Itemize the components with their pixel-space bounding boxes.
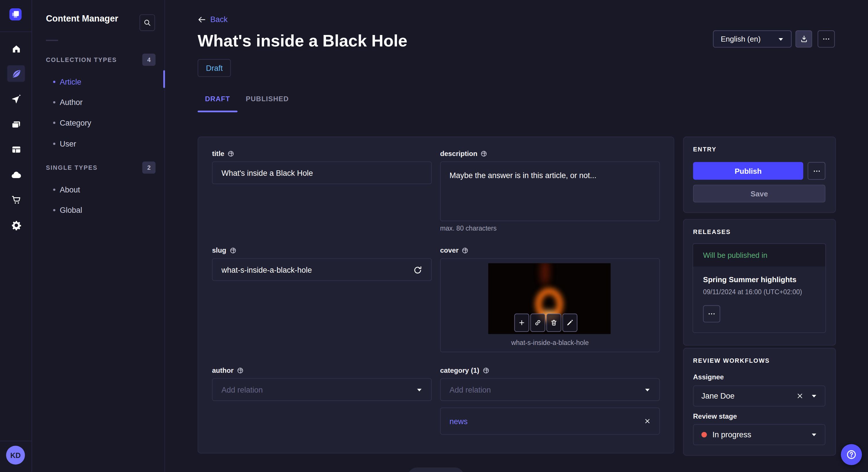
sidebar-item-global[interactable]: Global bbox=[53, 206, 82, 214]
sidebar-search-button[interactable] bbox=[140, 14, 155, 31]
export-button[interactable] bbox=[795, 30, 812, 47]
cover-add-button[interactable] bbox=[515, 313, 529, 332]
cover-delete-button[interactable] bbox=[546, 313, 561, 332]
link-icon bbox=[534, 319, 541, 326]
locale-globe-icon bbox=[228, 150, 234, 157]
bullet-icon bbox=[53, 122, 55, 124]
release-date: 09/11/2024 at 16:00 (UTC+02:00) bbox=[703, 288, 815, 296]
bullet-icon bbox=[53, 143, 55, 145]
tab-published[interactable]: PUBLISHED bbox=[246, 95, 289, 103]
refresh-icon bbox=[413, 265, 423, 275]
sidebar-item-about[interactable]: About bbox=[53, 185, 80, 194]
chevron-down-icon bbox=[811, 394, 817, 398]
field-label-text: category (1) bbox=[440, 367, 479, 374]
slug-input[interactable] bbox=[212, 258, 432, 281]
sidebar-divider bbox=[46, 40, 58, 41]
assignee-clear-button[interactable] bbox=[797, 393, 803, 399]
review-workflows-title: REVIEW WORKFLOWS bbox=[693, 357, 770, 364]
nav-home-button[interactable] bbox=[7, 40, 25, 57]
user-avatar[interactable]: KD bbox=[6, 446, 25, 465]
review-stage-value: In progress bbox=[712, 430, 811, 439]
search-icon bbox=[143, 19, 151, 27]
cart-icon bbox=[11, 194, 22, 205]
relation-remove-button[interactable] bbox=[644, 418, 650, 424]
review-stage-select[interactable]: In progress bbox=[693, 424, 826, 445]
close-icon bbox=[797, 393, 803, 399]
locale-select-value: English (en) bbox=[721, 35, 761, 43]
nav-deploy-button[interactable] bbox=[7, 166, 25, 183]
author-relation-combobox[interactable]: Add relation bbox=[212, 378, 432, 401]
slug-regenerate-button[interactable] bbox=[413, 263, 426, 276]
bullet-icon bbox=[53, 101, 55, 103]
cover-filename-caption: what-s-inside-a-black-hole bbox=[440, 339, 660, 347]
sidebar-item-user[interactable]: User bbox=[53, 139, 76, 148]
page-title: What's inside a Black Hole bbox=[197, 32, 407, 50]
title-input[interactable] bbox=[212, 162, 432, 184]
sidebar-item-label: User bbox=[60, 139, 76, 148]
back-label: Back bbox=[210, 15, 228, 24]
header-more-button[interactable] bbox=[817, 30, 835, 47]
locale-globe-icon bbox=[481, 150, 487, 157]
strapi-logo[interactable] bbox=[9, 8, 22, 20]
nav-content-type-builder-button[interactable] bbox=[7, 141, 25, 158]
locale-globe-icon bbox=[483, 367, 489, 374]
ellipsis-icon bbox=[822, 35, 830, 43]
rail-divider-top bbox=[0, 32, 32, 32]
field-label-text: author bbox=[212, 367, 234, 374]
nav-settings-button[interactable] bbox=[7, 217, 25, 233]
help-button[interactable] bbox=[841, 444, 862, 465]
nav-marketplace-button[interactable] bbox=[7, 191, 25, 208]
release-card: Will be published in Spring Summer highl… bbox=[693, 243, 826, 333]
sidebar-item-author[interactable]: Author bbox=[53, 98, 83, 107]
category-relation-placeholder: Add relation bbox=[450, 385, 491, 394]
tab-draft[interactable]: DRAFT bbox=[197, 95, 237, 103]
author-field-label: author bbox=[212, 367, 244, 374]
content-sidebar: Content Manager COLLECTION TYPES 4 Artic… bbox=[32, 0, 165, 472]
active-item-indicator bbox=[163, 70, 165, 88]
save-button[interactable]: Save bbox=[693, 185, 826, 202]
title-field-label: title bbox=[212, 150, 235, 158]
back-link[interactable]: Back bbox=[197, 15, 227, 24]
dynamic-zone-partial[interactable] bbox=[407, 467, 464, 472]
close-icon bbox=[644, 418, 650, 424]
collection-types-header: COLLECTION TYPES bbox=[46, 57, 117, 63]
description-textarea[interactable]: Maybe the answer is in this article, or … bbox=[440, 162, 660, 221]
single-types-header: SINGLE TYPES bbox=[46, 164, 98, 171]
assignee-combobox[interactable]: Jane Doe bbox=[693, 385, 826, 406]
field-label-text: cover bbox=[440, 247, 458, 255]
release-title: Spring Summer highlights bbox=[703, 275, 825, 283]
bullet-icon bbox=[53, 189, 55, 191]
locale-globe-icon bbox=[462, 247, 468, 254]
chevron-down-icon bbox=[778, 37, 784, 41]
cover-copy-link-button[interactable] bbox=[530, 313, 546, 332]
relation-link[interactable]: news bbox=[450, 417, 468, 426]
nav-releases-button[interactable] bbox=[7, 91, 25, 108]
category-relation-combobox[interactable]: Add relation bbox=[440, 378, 660, 401]
help-question-icon bbox=[846, 449, 857, 460]
pencil-icon bbox=[566, 319, 574, 326]
media-library-icon bbox=[11, 119, 22, 130]
locale-select[interactable]: English (en) bbox=[713, 30, 792, 47]
sidebar-item-label: Category bbox=[60, 119, 91, 127]
status-badge-label: Draft bbox=[206, 64, 223, 72]
sidebar-item-article[interactable]: Article bbox=[53, 77, 81, 86]
sidebar-item-category[interactable]: Category bbox=[53, 119, 91, 127]
assignee-value: Jane Doe bbox=[701, 392, 797, 400]
sidebar-item-label: Author bbox=[60, 98, 83, 107]
ellipsis-icon bbox=[708, 310, 716, 318]
category-relation-item: news bbox=[440, 407, 660, 435]
publish-button[interactable]: Publish bbox=[693, 162, 803, 180]
entry-more-button[interactable] bbox=[808, 162, 826, 180]
chevron-down-icon bbox=[811, 432, 817, 437]
release-more-button[interactable] bbox=[703, 305, 720, 323]
layout-icon bbox=[11, 144, 22, 155]
single-types-count-badge: 2 bbox=[143, 162, 156, 173]
releases-panel-title: RELEASES bbox=[693, 228, 731, 235]
black-hole-wisp bbox=[541, 263, 549, 285]
field-label-text: slug bbox=[212, 247, 226, 255]
feather-icon bbox=[11, 68, 22, 79]
cover-edit-button[interactable] bbox=[562, 313, 577, 332]
nav-media-library-button[interactable] bbox=[7, 116, 25, 133]
nav-content-manager-button[interactable] bbox=[7, 65, 25, 82]
slug-field-label: slug bbox=[212, 247, 236, 255]
